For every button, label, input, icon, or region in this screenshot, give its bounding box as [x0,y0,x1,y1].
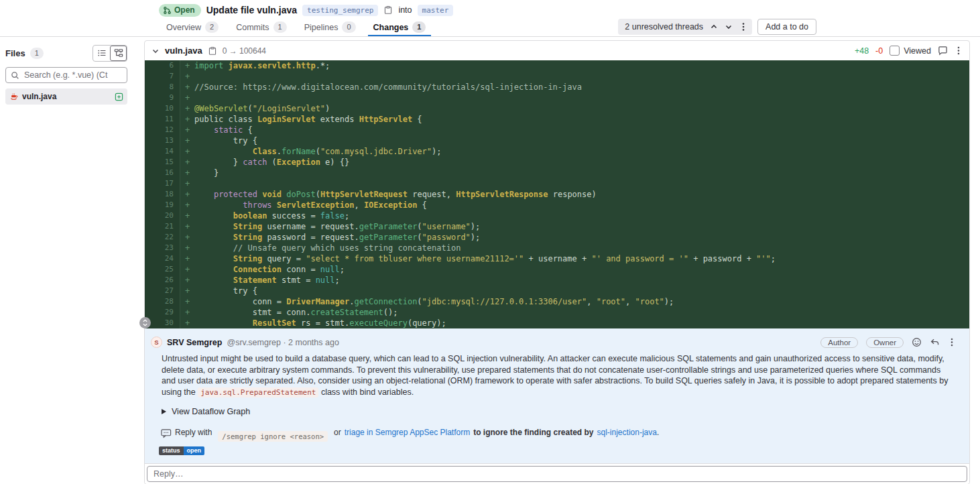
next-thread-button[interactable] [722,20,735,34]
comment-dots-icon [161,428,172,438]
line-number[interactable]: 9 [145,93,180,103]
diff-sign: + [180,82,194,93]
line-number[interactable]: 20 [145,210,180,221]
diff-sign: + [180,296,194,307]
diff-line: 29+ stmt = conn.createStatement(); [145,307,969,318]
diff-line: 12+ static { [145,125,969,135]
dataflow-graph-toggle[interactable]: View Dataflow Graph [162,407,956,416]
line-number[interactable]: 18 [145,189,180,200]
mr-actions: 2 unresolved threads Add a t [618,19,816,35]
mr-title-row: Open Update file vuln.java testing_semgr… [0,0,980,18]
diff-sign: + [180,318,194,328]
avatar[interactable]: S [151,337,162,348]
comment-bubble-icon[interactable] [938,46,948,56]
expand-lines-button[interactable] [139,317,151,328]
diff-line: 28+ conn = DriverManager.getConnection("… [145,296,969,307]
rule-link[interactable]: sql-injection-java [597,428,657,437]
reply-button[interactable] [930,337,940,347]
code-text: conn = DriverManager.getConnection("jdbc… [194,296,674,307]
diff-line: 15+ } catch (Exception e) {} [145,157,969,168]
tree-view-button[interactable] [110,46,127,61]
diff-code: 6+import javax.servlet.http.*;7+8+//Sour… [145,60,969,328]
code-text: } catch (Exception e) {} [194,157,349,168]
added-lines-stat: +48 [855,46,869,56]
line-number[interactable]: 13 [145,135,180,146]
author-name[interactable]: SRV Semgrep [167,338,222,347]
file-options-kebab-icon[interactable] [955,46,963,56]
line-number[interactable]: 22 [145,232,180,243]
line-number[interactable]: 14 [145,146,180,157]
diff-sign: + [180,114,194,125]
line-number[interactable]: 12 [145,125,180,135]
line-number[interactable]: 28 [145,296,180,307]
tab-changes-count: 1 [412,21,426,33]
diff-file-header: vuln.java 0 → 100644 +48 -0 Viewed [145,41,969,60]
line-number[interactable]: 8 [145,82,180,93]
diff-line: 25+ Connection conn = null; [145,264,969,275]
line-number[interactable]: 25 [145,264,180,275]
diff-sign: + [180,221,194,232]
viewed-checkbox[interactable] [890,46,900,56]
award-emoji-button[interactable] [912,337,922,347]
file-search-input[interactable] [23,70,122,80]
reply-input[interactable] [147,466,967,482]
copy-file-path-icon[interactable] [208,46,217,56]
tab-commits[interactable]: Commits 1 [231,18,292,36]
line-number[interactable]: 17 [145,178,180,189]
line-number[interactable]: 27 [145,286,180,296]
diff-sign: + [180,243,194,253]
diff-line: 22+ String password = request.getParamet… [145,232,969,243]
diff-sign: + [180,157,194,168]
code-text: try { [194,135,257,146]
tree-view-icon [114,48,123,58]
list-view-icon [97,48,107,58]
line-number[interactable]: 19 [145,200,180,210]
file-mode-change: 0 → 100644 [223,46,266,56]
line-number[interactable]: 26 [145,275,180,286]
diff-line: 21+ String username = request.getParamet… [145,221,969,232]
hint-suffix: . [657,428,659,437]
code-text: String password = request.getParameter("… [194,232,480,243]
note-options-kebab-icon[interactable] [948,337,956,347]
diff-line: 16+ } [145,168,969,178]
mr-state-badge: Open [159,4,201,17]
copy-branch-icon[interactable] [383,5,393,15]
code-text: Connection conn = null; [194,264,345,275]
code-text: ResultSet rs = stmt.executeQuery(query); [194,318,446,328]
tab-overview[interactable]: Overview 2 [161,18,224,36]
target-branch-chip[interactable]: master [418,5,454,16]
line-number[interactable]: 21 [145,221,180,232]
files-count: 1 [30,48,44,59]
source-branch-chip[interactable]: testing_semgrep [302,5,378,16]
previous-thread-button[interactable] [707,20,721,34]
collapse-file-icon[interactable] [151,47,160,55]
line-number[interactable]: 16 [145,168,180,178]
line-number[interactable]: 29 [145,307,180,318]
add-todo-button[interactable]: Add a to do [757,19,816,35]
diff-line: 17+ [145,178,969,189]
list-view-button[interactable] [93,46,110,61]
code-text: // Unsafe query which uses string concat… [194,243,461,253]
hint-or: or [334,428,341,437]
file-tree-item-vuln-java[interactable]: vuln.java [5,88,127,105]
triangle-right-icon [162,409,166,414]
line-number[interactable]: 7 [145,71,180,82]
line-number[interactable]: 10 [145,103,180,114]
diff-sign: + [180,178,194,189]
threads-menu-button[interactable] [737,20,750,34]
semgrep-reply-hint: Reply with /semgrep ignore <reason> or t… [161,428,956,438]
merge-request-icon [163,6,172,15]
diff-line: 30+ ResultSet rs = stmt.executeQuery(que… [145,318,969,328]
line-number[interactable]: 11 [145,114,180,125]
line-number[interactable]: 6 [145,60,180,71]
tab-pipelines[interactable]: Pipelines 0 [299,18,361,36]
smiley-icon [912,337,922,347]
mr-title: Update file vuln.java [206,5,297,15]
line-number[interactable]: 23 [145,243,180,253]
code-text: //Source: https://www.digitalocean.com/c… [194,82,582,93]
line-number[interactable]: 24 [145,253,180,264]
appsec-platform-link[interactable]: triage in Semgrep AppSec Platform [345,428,470,437]
line-number[interactable]: 15 [145,157,180,168]
diff-file-name[interactable]: vuln.java [165,46,202,56]
tab-changes[interactable]: Changes 1 [368,18,432,36]
